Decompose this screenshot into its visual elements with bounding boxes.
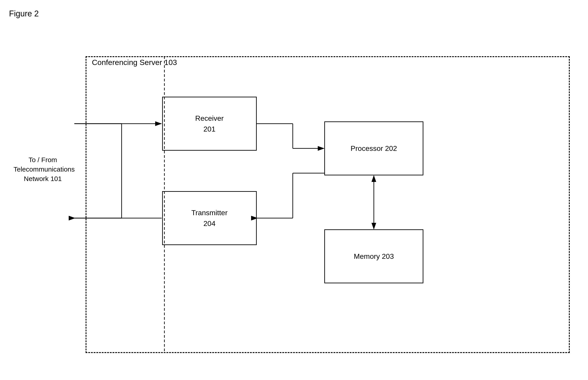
diagram-container: Conferencing Server 103 To / FromTelecom… (9, 34, 579, 369)
transmitter-label: Transmitter204 (191, 207, 228, 229)
processor-label: Processor 202 (351, 143, 397, 154)
conferencing-server-label: Conferencing Server 103 (90, 58, 179, 67)
memory-label: Memory 203 (354, 251, 394, 262)
transmitter-box: Transmitter204 (162, 191, 257, 245)
network-label: To / FromTelecommunicationsNetwork 101 (14, 155, 72, 184)
receiver-label: Receiver201 (195, 113, 224, 134)
receiver-box: Receiver201 (162, 97, 257, 151)
conferencing-server-box (85, 56, 570, 353)
processor-box: Processor 202 (324, 121, 423, 175)
memory-box: Memory 203 (324, 229, 423, 283)
figure-label: Figure 2 (9, 9, 39, 19)
